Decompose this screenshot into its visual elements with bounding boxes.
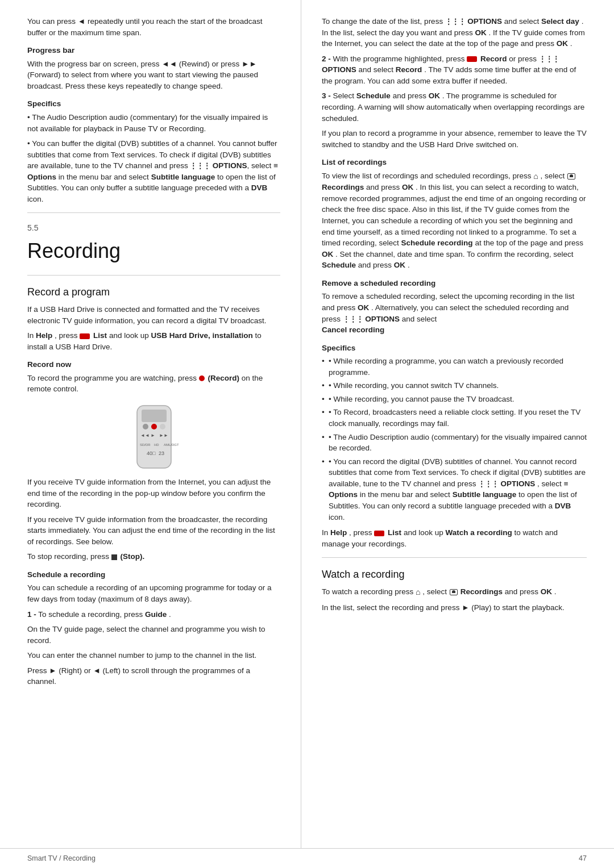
svg-point-4	[160, 424, 165, 429]
spec-item-6: • You can record the digital (DVB) subti…	[322, 456, 587, 523]
divider-watch	[322, 557, 587, 558]
progress-bar-heading: Progress bar	[27, 45, 280, 56]
step1-body4: You can enter the channel number to jump…	[27, 650, 280, 661]
svg-text:23: 23	[159, 450, 164, 456]
svg-text:SD/DR: SD/DR	[140, 443, 151, 446]
help-bar-icon	[80, 333, 90, 339]
specifics-list: • While recording a programme, you can w…	[322, 356, 587, 523]
watch-body1: To watch a recording press ⌂ , select Re…	[322, 586, 587, 598]
schedule-body1: You can schedule a recording of an upcom…	[27, 582, 280, 604]
record-now-heading: Record now	[27, 359, 280, 370]
svg-rect-1	[142, 410, 167, 422]
internet-para2: If you receive TV guide information from…	[27, 514, 280, 548]
record-bar-icon	[467, 56, 477, 62]
watch-heading: Watch a recording	[322, 567, 587, 582]
home-icon-1: ⌂	[533, 172, 538, 181]
step3: 3 - Select Schedule and press OK . The p…	[322, 90, 587, 124]
remove-heading: Remove a scheduled recording	[322, 278, 587, 289]
svg-text:□: □	[152, 450, 156, 456]
specifics-heading-left: Specifics	[27, 98, 280, 110]
step1-body3: On the TV guide page, select the channel…	[27, 624, 280, 646]
footer-left: Smart TV / Recording	[27, 853, 96, 863]
svg-text:40: 40	[147, 450, 152, 456]
svg-text:►: ►	[151, 433, 155, 438]
divider-top	[27, 212, 280, 213]
list-rec-heading: List of recordings	[322, 157, 587, 168]
spec-item-3: • While recording, you cannot pause the …	[322, 394, 587, 405]
help-para: In Help , press List and look up Watch a…	[322, 527, 587, 549]
options-icon-left: ⋮⋮⋮	[190, 162, 212, 170]
recordings-icon-2	[450, 589, 458, 595]
page: You can press ◄ repeatedly until you rea…	[0, 0, 614, 868]
svg-point-3	[151, 424, 157, 429]
footer: Smart TV / Recording 47	[0, 848, 614, 868]
list-rec-body: To view the list of recordings and sched…	[322, 170, 587, 271]
svg-text:►►: ►►	[159, 433, 168, 438]
step2: 2 - With the programme highlighted, pres…	[322, 53, 587, 87]
stop-icon	[111, 554, 117, 560]
record-program-body1: If a USB Hard Drive is connected and for…	[27, 304, 280, 326]
help-bar-icon-right	[374, 531, 384, 536]
recordings-icon-1	[567, 173, 575, 180]
specifics-body1: • The Audio Description audio (commentar…	[27, 112, 280, 134]
svg-point-2	[143, 424, 148, 429]
intro-para: You can press ◄ repeatedly until you rea…	[27, 16, 280, 38]
specifics-body2: • You can buffer the digital (DVB) subti…	[27, 138, 280, 205]
options-icon-right2: ⋮⋮⋮	[539, 55, 559, 62]
remove-body: To remove a scheduled recording, select …	[322, 291, 587, 335]
record-program-heading: Record a program	[27, 285, 280, 299]
options-icon-right1: ⋮⋮⋮	[445, 18, 467, 26]
svg-text:HD: HD	[154, 443, 159, 446]
step1: 1 - To schedule a recording, press Guide…	[27, 609, 280, 620]
right-intro: To change the date of the list, press ⋮⋮…	[322, 16, 587, 49]
spec-item-1: • While recording a programme, you can w…	[322, 356, 587, 378]
svg-text:AML/DGT: AML/DGT	[164, 443, 179, 446]
remote-control-image: ◄◄ ► ►► SD/DR HD AML/DGT 40 □ 23	[120, 403, 188, 471]
left-column: You can press ◄ repeatedly until you rea…	[0, 0, 301, 848]
specifics-heading-right: Specifics	[322, 343, 587, 354]
watch-body5: In the list, select the recording and pr…	[322, 602, 587, 614]
svg-text:◄◄: ◄◄	[140, 433, 150, 438]
record-now-body: To record the programme you are watching…	[27, 373, 280, 395]
main-content: You can press ◄ repeatedly until you rea…	[0, 0, 614, 848]
footer-right: 47	[579, 853, 587, 863]
step3-body4: If you plan to record a programme in you…	[322, 128, 587, 150]
spec-item-2: • While recording, you cannot switch TV …	[322, 380, 587, 391]
right-column: To change the date of the list, press ⋮⋮…	[301, 0, 614, 848]
section-title: Recording	[27, 236, 280, 266]
home-icon-2: ⌂	[416, 588, 420, 597]
record-dot-icon	[199, 375, 205, 381]
divider-mid	[27, 275, 280, 276]
options-icon-right4: ⋮⋮⋮	[478, 480, 500, 488]
schedule-heading: Schedule a recording	[27, 569, 280, 581]
spec-item-5: • The Audio Description audio (commentar…	[322, 432, 587, 454]
internet-para1: If you receive TV guide information from…	[27, 477, 280, 510]
options-icon-right3: ⋮⋮⋮	[343, 315, 365, 323]
spec-item-4: • To Record, broadcasters need a reliabl…	[322, 407, 587, 429]
progress-bar-body: With the progress bar on screen, press ◄…	[27, 59, 280, 92]
step1-body5: Press ► (Right) or ◄ (Left) to scroll th…	[27, 665, 280, 687]
stop-para: To stop recording, press (Stop).	[27, 551, 280, 562]
section-number: 5.5	[27, 222, 280, 233]
record-program-body2: In Help , press List and look up USB Har…	[27, 330, 280, 352]
